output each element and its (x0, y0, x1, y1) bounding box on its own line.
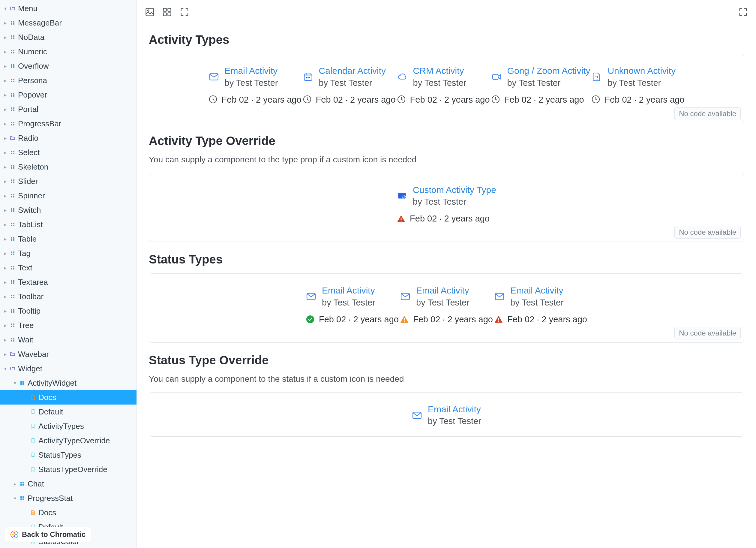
chevron-right-icon: ▸ (2, 222, 8, 227)
activity-title[interactable]: Email Activity (428, 403, 481, 416)
sidebar-item-tablist[interactable]: ▸TabList (0, 217, 137, 232)
activity-item: Unknown Activityby Test TesterFeb 02 · 2… (591, 65, 684, 105)
sidebar-item-textarea[interactable]: ▸Textarea (0, 275, 137, 289)
component-icon (8, 164, 17, 169)
sidebar-item-portal[interactable]: ▸Portal (0, 102, 137, 116)
activity-title[interactable]: Calendar Activity (319, 65, 386, 77)
folder-icon (8, 352, 17, 357)
sidebar-item-wavebar[interactable]: ▸Wavebar (0, 347, 137, 361)
sidebar-item-persona[interactable]: ▸Persona (0, 73, 137, 88)
sidebar-item-overflow[interactable]: ▸Overflow (0, 59, 137, 73)
chevron-right-icon: ▸ (2, 78, 8, 83)
clock-icon (491, 95, 500, 105)
sidebar-item-tree[interactable]: ▸Tree (0, 318, 137, 333)
component-icon (8, 49, 17, 54)
sidebar-item-docs[interactable]: Docs (0, 505, 137, 520)
sidebar-item-spinner[interactable]: ▸Spinner (0, 188, 137, 203)
chevron-right-icon: ▸ (2, 265, 8, 271)
sidebar-item-menu[interactable]: ▾Menu (0, 1, 137, 16)
sidebar-item-label: Widget (17, 364, 42, 373)
sidebar-item-label: Overflow (17, 61, 49, 71)
sidebar-item-activitytypes[interactable]: ActivityTypes (0, 419, 137, 433)
activity-date: Feb 02 · 2 years ago (504, 95, 584, 105)
sidebar-item-label: Skeleton (17, 162, 48, 172)
sidebar-item-nodata[interactable]: ▸NoData (0, 30, 137, 44)
sidebar-item-slider[interactable]: ▸Slider (0, 174, 137, 188)
chevron-down-icon: ▾ (2, 366, 8, 372)
sidebar-item-activitywidget[interactable]: ▾ActivityWidget (0, 376, 137, 390)
sidebar-item-chat[interactable]: ▸Chat (0, 477, 137, 491)
canvas-image-icon[interactable] (145, 7, 154, 16)
sidebar-item-label: Radio (17, 133, 38, 143)
sidebar-item-label: Tooltip (17, 307, 41, 316)
sidebar-item-label: Chat (26, 479, 44, 489)
sidebar-item-label: Docs (37, 508, 56, 517)
chevron-right-icon: ▸ (2, 178, 8, 184)
chevron-right-icon: ▸ (2, 337, 8, 343)
chevron-right-icon: ▸ (2, 121, 8, 127)
activity-subtitle: by Test Tester (507, 77, 590, 89)
sidebar-item-label: Portal (17, 105, 38, 114)
custom-icon (397, 190, 407, 201)
sidebar-item-label: Default (37, 407, 63, 417)
sidebar-item-default[interactable]: Default (0, 405, 137, 419)
activity-title[interactable]: Gong / Zoom Activity (507, 65, 590, 77)
activity-title[interactable]: CRM Activity (413, 65, 467, 77)
no-code-badge[interactable]: No code available (674, 226, 741, 238)
sidebar: ▾Menu▸MessageBar▸NoData▸Numeric▸Overflow… (0, 0, 137, 548)
sidebar-item-label: Switch (17, 205, 41, 215)
status-warning-icon (400, 315, 409, 324)
activity-title[interactable]: Email Activity (416, 285, 469, 297)
sidebar-item-messagebar[interactable]: ▸MessageBar (0, 16, 137, 30)
sidebar-item-label: Tag (17, 249, 31, 258)
docs-content[interactable]: Activity Types Email Activityby Test Tes… (137, 24, 756, 548)
sidebar-item-label: ActivityTypes (37, 422, 84, 431)
activity-date: Feb 02 · 2 years ago (410, 95, 490, 105)
chevron-right-icon: ▸ (2, 207, 8, 213)
activity-item: Gong / Zoom Activityby Test TesterFeb 02… (491, 65, 590, 105)
activity-date: Feb 02 · 2 years ago (319, 315, 399, 325)
sidebar-item-label: Slider (17, 177, 38, 186)
sidebar-item-select[interactable]: ▸Select (0, 145, 137, 160)
sidebar-item-wait[interactable]: ▸Wait (0, 333, 137, 347)
component-icon (8, 337, 17, 342)
section-desc-status-override: You can supply a component to the status… (149, 374, 744, 384)
sidebar-item-switch[interactable]: ▸Switch (0, 203, 137, 217)
component-icon (8, 20, 17, 25)
sidebar-item-skeleton[interactable]: ▸Skeleton (0, 160, 137, 174)
sidebar-item-tooltip[interactable]: ▸Tooltip (0, 304, 137, 318)
component-icon (18, 481, 26, 486)
sidebar-item-activitytypeoverride[interactable]: ActivityTypeOverride (0, 433, 137, 448)
activity-title[interactable]: Email Activity (322, 285, 375, 297)
activity-subtitle: by Test Tester (319, 77, 386, 89)
chevron-right-icon: ▸ (2, 92, 8, 98)
sidebar-item-toolbar[interactable]: ▸Toolbar (0, 289, 137, 304)
sidebar-item-label: Numeric (17, 47, 47, 56)
activity-title[interactable]: Email Activity (225, 65, 278, 77)
sidebar-item-label: Wait (17, 335, 33, 345)
sidebar-item-statustypes[interactable]: StatusTypes (0, 448, 137, 462)
sidebar-item-widget[interactable]: ▾Widget (0, 361, 137, 376)
sidebar-item-tag[interactable]: ▸Tag (0, 246, 137, 260)
sidebar-item-table[interactable]: ▸Table (0, 232, 137, 246)
back-to-chromatic-button[interactable]: Back to Chromatic (5, 527, 91, 542)
activity-title[interactable]: Custom Activity Type (413, 184, 496, 196)
canvas-grid-icon[interactable] (163, 7, 172, 16)
sidebar-item-progressbar[interactable]: ▸ProgressBar (0, 116, 137, 131)
sidebar-item-numeric[interactable]: ▸Numeric (0, 44, 137, 59)
canvas-outline-icon[interactable] (180, 7, 189, 16)
no-code-badge[interactable]: No code available (674, 107, 741, 120)
activity-title[interactable]: Unknown Activity (607, 65, 676, 77)
sidebar-item-statustypeoverride[interactable]: StatusTypeOverride (0, 462, 137, 477)
no-code-badge[interactable]: No code available (674, 327, 741, 340)
sidebar-item-popover[interactable]: ▸Popover (0, 88, 137, 102)
sidebar-item-label: ProgressStat (26, 494, 73, 503)
fullscreen-icon[interactable] (739, 7, 748, 16)
activity-title[interactable]: Email Activity (510, 285, 564, 297)
sidebar-item-text[interactable]: ▸Text (0, 260, 137, 275)
folder-icon (8, 6, 17, 11)
sidebar-item-docs[interactable]: Docs (0, 390, 137, 405)
sidebar-item-radio[interactable]: ▸Radio (0, 131, 137, 145)
activity-item: Calendar Activityby Test TesterFeb 02 · … (303, 65, 396, 105)
sidebar-item-progressstat[interactable]: ▾ProgressStat (0, 491, 137, 505)
